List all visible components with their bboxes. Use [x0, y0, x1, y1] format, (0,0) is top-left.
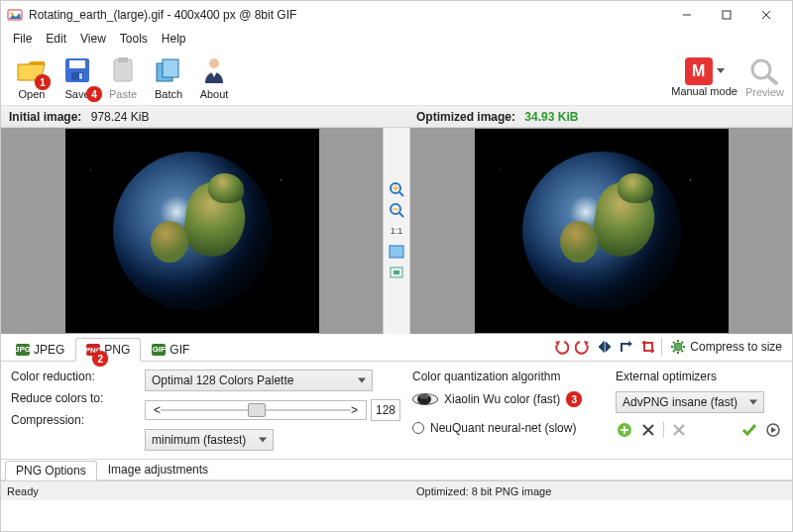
size-bar: Initial image: 978.24 KiB Optimized imag…	[1, 106, 792, 128]
compression-label: Compression:	[11, 413, 135, 427]
slider-right-icon: >	[351, 403, 358, 417]
menu-edit[interactable]: Edit	[40, 31, 72, 47]
batch-button[interactable]: Batch	[146, 53, 191, 100]
menu-help[interactable]: Help	[156, 31, 192, 47]
jpeg-badge-icon: JPG	[16, 344, 30, 356]
initial-pane[interactable]	[1, 128, 383, 334]
compress-label: Compress to size	[690, 340, 782, 354]
reduce-colors-value[interactable]: 128	[371, 399, 400, 421]
undo-button[interactable]	[552, 338, 570, 356]
svg-line-32	[673, 342, 675, 344]
slider-left-icon: <	[154, 403, 161, 417]
viewer: 1:1	[1, 128, 792, 334]
svg-line-22	[399, 213, 403, 217]
reduce-colors-label: Reduce colors to:	[11, 391, 135, 405]
manual-badge-icon: M	[685, 57, 713, 85]
svg-line-33	[682, 351, 684, 353]
color-reduction-label: Color reduction:	[11, 370, 135, 383]
initial-label: Initial image:	[9, 110, 81, 124]
radio-xiaolin[interactable]: Xiaolin Wu color (fast) 3	[412, 391, 606, 407]
preview-button: Preview	[745, 56, 784, 98]
subtab-image-adjustments[interactable]: Image adjustments	[97, 460, 219, 479]
tab-jpeg[interactable]: JPG JPEG	[5, 338, 75, 362]
open-button[interactable]: Open 1	[9, 53, 55, 100]
optimized-label: Optimized image:	[416, 110, 515, 124]
flip-h-button[interactable]	[596, 338, 614, 356]
compression-select[interactable]: minimum (fastest)	[145, 429, 274, 451]
save-floppy-icon	[60, 53, 94, 87]
pan-button[interactable]	[388, 264, 405, 281]
fit-button[interactable]	[388, 243, 405, 261]
radio-neuquant[interactable]: NeuQuant neural-net (slow)	[412, 421, 606, 435]
reduce-colors-slider[interactable]: < >	[145, 400, 367, 420]
svg-rect-24	[390, 246, 403, 258]
zoom-in-button[interactable]	[388, 180, 405, 198]
svg-rect-3	[723, 11, 731, 19]
batch-icon	[152, 53, 185, 87]
about-person-icon	[197, 53, 231, 87]
quant-header: Color quantization algorithm	[412, 370, 606, 383]
ext-apply-button[interactable]	[740, 421, 758, 439]
redo-button[interactable]	[574, 338, 592, 356]
status-bar: Ready Optimized: 8 bit PNG image	[1, 480, 792, 500]
batch-label: Batch	[155, 88, 182, 100]
ext-remove-button[interactable]	[639, 421, 657, 439]
window-title: Rotating_earth_(large).gif - 400x400 px …	[29, 8, 667, 22]
svg-rect-9	[79, 73, 82, 79]
crop-button[interactable]	[639, 338, 657, 356]
rotate-button[interactable]	[618, 338, 635, 356]
tab-gif[interactable]: GIF GIF	[141, 338, 200, 362]
minimize-button[interactable]	[667, 3, 707, 27]
center-tools: 1:1	[383, 128, 410, 334]
zoom-1to1-button[interactable]: 1:1	[388, 222, 405, 240]
subtab-png-options[interactable]: PNG Options	[5, 461, 97, 480]
right-actions: Compress to size	[552, 338, 786, 356]
close-button[interactable]	[746, 3, 786, 27]
callout-xiaolin: 3	[566, 391, 582, 407]
app-icon	[7, 7, 23, 23]
svg-line-18	[399, 192, 403, 196]
ext-settings-button[interactable]	[670, 421, 688, 439]
sub-tabs: PNG Options Image adjustments	[1, 459, 792, 480]
save-button[interactable]: Save 4	[55, 53, 100, 100]
radio-neuquant-label: NeuQuant neural-net (slow)	[430, 421, 576, 435]
svg-rect-26	[394, 270, 399, 274]
chevron-down-icon	[717, 68, 725, 74]
clipboard-icon	[106, 53, 140, 87]
paste-label: Paste	[109, 88, 137, 100]
optimized-pane[interactable]	[410, 128, 792, 334]
radio-dot-icon	[412, 393, 438, 405]
earth-globe-opt	[522, 152, 681, 310]
svg-line-34	[673, 351, 675, 353]
svg-line-16	[768, 76, 776, 83]
zoom-out-button[interactable]	[388, 201, 405, 219]
color-reduction-select[interactable]: Optimal 128 Colors Palette	[145, 370, 373, 391]
paste-button: Paste	[100, 53, 146, 100]
ext-optimizer-select[interactable]: AdvPNG insane (fast)	[616, 391, 764, 413]
menubar: File Edit View Tools Help	[1, 29, 792, 49]
magnifier-icon	[748, 56, 780, 86]
radio-xiaolin-label: Xiaolin Wu color (fast)	[444, 392, 560, 406]
initial-value: 978.24 KiB	[91, 110, 150, 124]
about-button[interactable]: About	[191, 53, 237, 100]
menu-tools[interactable]: Tools	[114, 31, 154, 47]
radio-empty-icon	[412, 422, 424, 434]
maximize-button[interactable]	[707, 3, 746, 27]
callout-open: 1	[35, 74, 51, 90]
tab-png[interactable]: PNG PNG 2	[75, 338, 141, 362]
png-options-panel: Color reduction: Reduce colors to: Compr…	[1, 362, 792, 459]
optimized-value: 34.93 KiB	[524, 110, 578, 124]
menu-view[interactable]: View	[74, 31, 112, 47]
compress-to-size-button[interactable]: Compress to size	[666, 339, 786, 355]
status-ready: Ready	[7, 485, 396, 497]
ext-add-button[interactable]	[616, 421, 633, 439]
svg-rect-13	[163, 59, 178, 77]
ext-run-button[interactable]	[764, 421, 782, 439]
gear-icon	[670, 339, 686, 355]
tab-gif-label: GIF	[170, 343, 189, 357]
svg-rect-11	[118, 57, 128, 62]
svg-rect-7	[69, 60, 85, 68]
menu-file[interactable]: File	[7, 31, 38, 47]
tab-png-label: PNG	[104, 343, 130, 357]
mode-button[interactable]: M Manual mode	[671, 57, 737, 97]
